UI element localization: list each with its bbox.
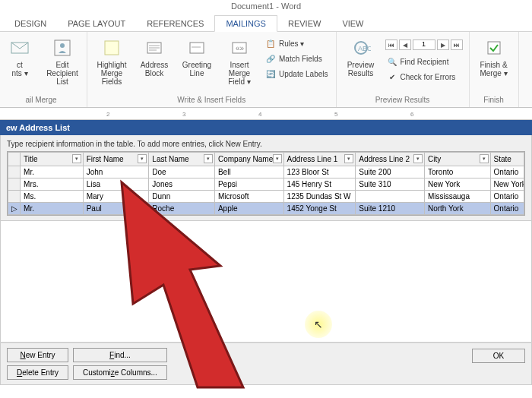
- column-header-lastname[interactable]: Last Name▾: [149, 153, 215, 166]
- tab-page-layout[interactable]: PAGE LAYOUT: [57, 16, 136, 31]
- address-block-icon: [143, 36, 166, 59]
- tab-design[interactable]: DESIGN: [4, 16, 57, 31]
- find-recipient-button[interactable]: 🔍Find Recipient: [384, 55, 464, 68]
- find-icon: 🔍: [387, 56, 397, 67]
- table-cell[interactable]: Mississauga: [424, 191, 490, 203]
- dropdown-arrow-icon[interactable]: ▾: [480, 154, 489, 163]
- tab-mailings[interactable]: MAILINGS: [214, 15, 277, 32]
- table-cell[interactable]: Suite 1210: [356, 203, 425, 215]
- table-cell[interactable]: [356, 191, 425, 203]
- ribbon: ct nts ▾ Edit Recipient List ail Merge H…: [0, 32, 532, 108]
- table-cell[interactable]: North York: [424, 203, 490, 215]
- table-cell[interactable]: Ontario: [490, 166, 524, 178]
- table-cell[interactable]: 1452 Yonge St: [283, 203, 356, 215]
- table-cell[interactable]: Ontario: [490, 203, 524, 215]
- ok-button[interactable]: OK: [472, 349, 525, 363]
- delete-entry-button[interactable]: Delete Entry: [7, 365, 68, 380]
- horizontal-ruler: 2 3 4 5 6: [0, 108, 532, 120]
- table-cell[interactable]: 123 Bloor St: [283, 166, 356, 178]
- table-row[interactable]: ▷Mr.PaulRocheApple1452 Yonge StSuite 121…: [8, 203, 524, 215]
- table-cell[interactable]: Roche: [149, 203, 215, 215]
- column-header-city[interactable]: City▾: [424, 153, 490, 166]
- row-selector[interactable]: [8, 166, 21, 178]
- table-cell[interactable]: Bell: [214, 166, 283, 178]
- table-cell[interactable]: Pepsi: [214, 178, 283, 191]
- insert-merge-field-button[interactable]: «» Insert Merge Field ▾: [220, 33, 259, 89]
- table-row[interactable]: Mr.JohnDoeBell123 Bloor StSuite 200Toron…: [8, 166, 524, 178]
- table-cell[interactable]: Apple: [214, 203, 283, 215]
- nav-first-button[interactable]: ⏮: [385, 39, 397, 50]
- mouse-highlight: ↖: [305, 311, 332, 338]
- update-labels-icon: 🔄: [265, 68, 276, 79]
- svg-text:ABC: ABC: [358, 45, 371, 52]
- dropdown-arrow-icon[interactable]: ▾: [273, 154, 282, 163]
- table-cell[interactable]: Doe: [149, 166, 215, 178]
- match-fields-button[interactable]: 🔗Match Fields: [262, 52, 331, 65]
- address-block-button[interactable]: Address Block: [135, 33, 174, 81]
- tab-view[interactable]: VIEW: [331, 16, 374, 31]
- column-header-title[interactable]: Title▾: [21, 153, 84, 166]
- table-cell[interactable]: Paul: [83, 203, 149, 215]
- table-cell[interactable]: Jones: [149, 178, 215, 191]
- table-cell[interactable]: New York: [424, 178, 490, 191]
- table-cell[interactable]: Suite 310: [356, 178, 425, 191]
- dropdown-arrow-icon[interactable]: ▾: [413, 154, 423, 163]
- column-header-address2[interactable]: Address Line 2▾: [356, 153, 425, 166]
- ribbon-group-mailmerge-label: ail Merge: [0, 94, 82, 106]
- rules-button[interactable]: 📋Rules ▾: [262, 36, 331, 50]
- row-selector[interactable]: [8, 191, 21, 203]
- ribbon-group-preview-label: Preview Results: [341, 94, 464, 106]
- table-cell[interactable]: Dunn: [149, 191, 215, 203]
- new-entry-button[interactable]: New Entry: [7, 348, 68, 362]
- svg-point-2: [60, 43, 65, 48]
- table-cell[interactable]: Mrs.: [21, 178, 84, 191]
- nav-prev-button[interactable]: ◀: [399, 39, 411, 50]
- finish-merge-button[interactable]: Finish & Merge ▾: [474, 33, 514, 81]
- customize-columns-button[interactable]: Customize Columns...: [73, 365, 167, 380]
- column-header-state[interactable]: State: [490, 153, 524, 166]
- dropdown-arrow-icon[interactable]: ▾: [204, 154, 213, 163]
- table-cell[interactable]: Mary: [83, 191, 149, 203]
- update-labels-button[interactable]: 🔄Update Labels: [262, 67, 331, 81]
- select-recipients-button[interactable]: ct nts ▾: [0, 33, 40, 81]
- column-header-address1[interactable]: Address Line 1▾: [283, 153, 356, 166]
- row-selector[interactable]: [8, 178, 21, 191]
- svg-rect-14: [488, 42, 500, 54]
- table-cell[interactable]: Mr.: [21, 203, 84, 215]
- preview-results-button[interactable]: ABC Preview Results: [341, 33, 381, 81]
- table-cell[interactable]: Mr.: [21, 166, 84, 178]
- table-cell[interactable]: 1235 Dundas St W: [283, 191, 356, 203]
- table-row[interactable]: Mrs.LisaJonesPepsi145 Henry StSuite 310N…: [8, 178, 524, 191]
- highlight-merge-fields-button[interactable]: Highlight Merge Fields: [92, 33, 131, 89]
- table-cell[interactable]: John: [83, 166, 149, 178]
- table-cell[interactable]: Ontario: [490, 191, 524, 203]
- table-cell[interactable]: Lisa: [83, 178, 149, 191]
- check-errors-button[interactable]: ✔Check for Errors: [384, 70, 464, 84]
- nav-record-number[interactable]: 1: [413, 39, 435, 50]
- preview-icon: ABC: [350, 36, 372, 59]
- table-row[interactable]: Ms.MaryDunnMicrosoft1235 Dundas St WMiss…: [8, 191, 524, 203]
- tab-review[interactable]: REVIEW: [277, 16, 331, 31]
- greeting-line-button[interactable]: Greeting Line: [177, 33, 217, 81]
- table-cell[interactable]: Ms.: [21, 191, 84, 203]
- column-header-firstname[interactable]: First Name▾: [83, 153, 149, 166]
- dropdown-arrow-icon[interactable]: ▾: [72, 154, 81, 163]
- find-button[interactable]: Find...: [73, 348, 167, 362]
- dialog-instruction: Type recipient information in the table.…: [7, 140, 525, 148]
- dropdown-arrow-icon[interactable]: ▾: [344, 154, 353, 163]
- table-cell[interactable]: Suite 200: [356, 166, 425, 178]
- cursor-icon: ↖: [314, 318, 323, 330]
- table-cell[interactable]: Microsoft: [214, 191, 283, 203]
- dropdown-arrow-icon[interactable]: ▾: [138, 154, 147, 163]
- table-cell[interactable]: New York: [490, 178, 524, 191]
- table-cell[interactable]: 145 Henry St: [283, 178, 356, 191]
- nav-last-button[interactable]: ⏭: [451, 39, 463, 50]
- tab-references[interactable]: REFERENCES: [136, 16, 214, 31]
- row-selector[interactable]: ▷: [8, 203, 21, 215]
- nav-next-button[interactable]: ▶: [437, 39, 449, 50]
- column-header-company[interactable]: Company Name▾: [214, 153, 283, 166]
- table-cell[interactable]: Toronto: [424, 166, 490, 178]
- edit-recipient-list-button[interactable]: Edit Recipient List: [43, 33, 82, 89]
- rules-icon: 📋: [265, 38, 276, 49]
- table-header-row: Title▾ First Name▾ Last Name▾ Company Na…: [8, 153, 524, 166]
